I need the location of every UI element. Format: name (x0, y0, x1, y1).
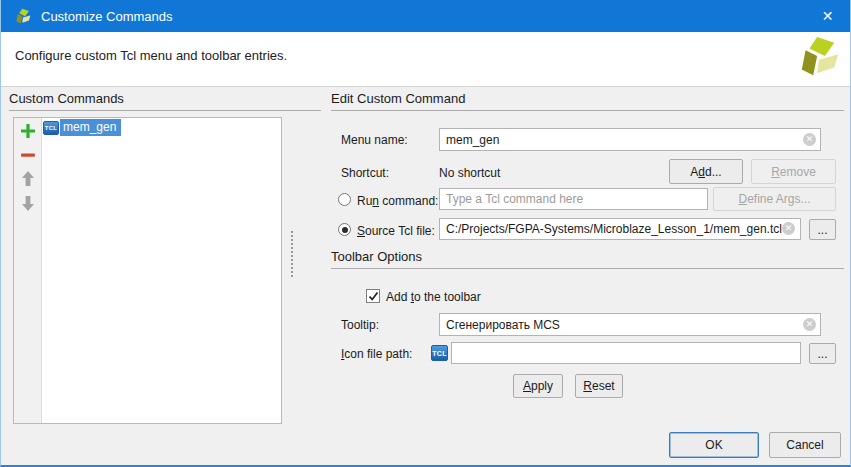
customize-commands-dialog: Customize Commands ✕ Configure custom Tc… (0, 0, 851, 467)
cancel-button[interactable]: Cancel (769, 432, 841, 458)
run-command-input[interactable] (439, 188, 708, 210)
icon-browse-button[interactable]: ... (809, 343, 836, 364)
run-command-radio[interactable] (338, 193, 351, 206)
list-item[interactable]: TCL mem_gen (42, 119, 281, 136)
tooltip-input[interactable] (439, 313, 821, 336)
menu-name-clear-icon[interactable]: ✕ (803, 133, 816, 146)
toolbar-options-header: Toolbar Options (331, 249, 844, 269)
source-browse-button[interactable]: ... (809, 219, 836, 240)
apply-button[interactable]: Apply (513, 374, 563, 398)
icon-path-tcl-icon: TCL (431, 345, 448, 361)
ok-button[interactable]: OK (669, 432, 759, 458)
icon-file-path-label: Icon file path: (341, 347, 412, 361)
titlebar: Customize Commands ✕ (1, 0, 850, 32)
list-item-label: mem_gen (60, 119, 121, 136)
menu-name-input[interactable] (439, 128, 821, 151)
panel-splitter[interactable] (291, 231, 293, 277)
commands-list-area[interactable]: TCL mem_gen (42, 118, 281, 423)
reset-button[interactable]: Reset (575, 374, 623, 398)
description-banner: Configure custom Tcl menu and toolbar en… (1, 32, 850, 87)
source-file-input[interactable] (439, 218, 801, 240)
menu-name-label: Menu name: (341, 133, 408, 147)
remove-command-button[interactable] (18, 145, 38, 165)
add-to-toolbar-checkbox[interactable] (366, 289, 380, 303)
run-command-label[interactable]: Run command: (357, 194, 438, 208)
source-tcl-radio[interactable] (338, 223, 351, 236)
remove-shortcut-button: Remove (751, 159, 836, 184)
add-command-button[interactable] (18, 121, 38, 141)
tcl-file-icon: TCL (43, 121, 59, 135)
list-toolbar (14, 118, 42, 423)
define-args-button: Define Args... (713, 187, 836, 211)
edit-custom-command-header: Edit Custom Command (331, 91, 844, 111)
minus-icon (20, 147, 36, 163)
vivado-logo-icon (14, 8, 32, 25)
source-file-clear-icon[interactable]: ✕ (782, 222, 795, 235)
custom-commands-header: Custom Commands (9, 91, 321, 111)
move-up-button[interactable] (18, 169, 38, 189)
move-down-button[interactable] (18, 193, 38, 213)
tooltip-label: Tooltip: (341, 318, 379, 332)
check-icon (368, 291, 379, 302)
shortcut-value: No shortcut (439, 166, 500, 180)
window-title: Customize Commands (41, 9, 173, 24)
tooltip-clear-icon[interactable]: ✕ (803, 318, 816, 331)
dialog-description: Configure custom Tcl menu and toolbar en… (15, 48, 287, 63)
add-shortcut-button[interactable]: Add... (669, 159, 743, 184)
xilinx-logo-icon (796, 35, 842, 82)
source-tcl-label[interactable]: Source Tcl file: (357, 224, 435, 238)
close-icon[interactable]: ✕ (805, 0, 850, 32)
add-to-toolbar-label[interactable]: Add to the toolbar (386, 290, 481, 304)
arrow-down-icon (21, 195, 35, 211)
custom-commands-list: TCL mem_gen (13, 117, 282, 424)
shortcut-label: Shortcut: (341, 166, 389, 180)
plus-icon (20, 123, 36, 139)
arrow-up-icon (21, 171, 35, 187)
icon-path-input[interactable] (451, 342, 801, 364)
